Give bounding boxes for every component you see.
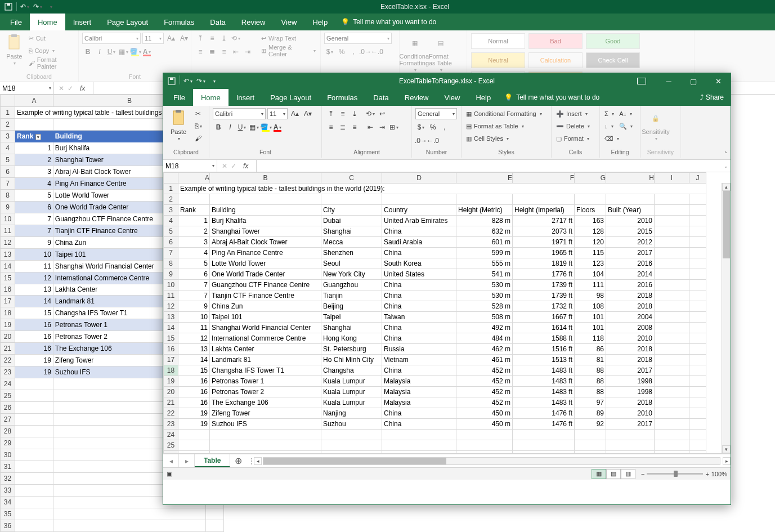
- align-right-icon[interactable]: ≡: [218, 46, 230, 57]
- zoom-out-button[interactable]: −: [641, 471, 644, 477]
- sheet-tab-table[interactable]: Table: [195, 454, 230, 467]
- align-center-icon[interactable]: ≣: [337, 122, 348, 133]
- font-color-button[interactable]: A▾: [141, 46, 153, 57]
- font-size-combo[interactable]: 11: [142, 33, 164, 44]
- conditional-formatting-button[interactable]: ▦Conditional Formatting▾: [403, 33, 427, 73]
- inc-decimal-icon[interactable]: .0→: [360, 46, 371, 57]
- tab-scroll-right-icon[interactable]: ▸: [179, 454, 195, 467]
- indent-inc-icon[interactable]: ⇥: [377, 122, 388, 133]
- tell-me-search[interactable]: 💡Tell me what you want to do: [341, 14, 436, 30]
- tab-view[interactable]: View: [273, 14, 304, 30]
- tab-home[interactable]: Home: [193, 89, 229, 106]
- tab-help[interactable]: Help: [304, 14, 335, 30]
- fx-icon[interactable]: fx: [240, 162, 252, 170]
- percent-icon[interactable]: %: [336, 46, 347, 57]
- accounting-icon[interactable]: $▾: [415, 122, 427, 133]
- underline-button[interactable]: U▾: [106, 46, 117, 57]
- align-top-icon[interactable]: ⤒: [325, 108, 337, 119]
- increase-font-icon[interactable]: A▴: [289, 108, 301, 119]
- indent-dec-icon[interactable]: ⇤: [365, 122, 376, 133]
- fill-color-button[interactable]: 🪣▾: [129, 46, 141, 57]
- dec-decimal-icon[interactable]: ←.0: [427, 135, 438, 146]
- share-button[interactable]: ⤴ Share: [700, 89, 731, 106]
- maximize-button[interactable]: ▢: [681, 73, 706, 89]
- insert-cells-button[interactable]: ➕ Insert▾: [555, 108, 591, 119]
- tab-data[interactable]: Data: [365, 89, 396, 106]
- bold-button[interactable]: B: [82, 46, 93, 57]
- bold-button[interactable]: B: [213, 122, 224, 133]
- save-icon[interactable]: [2, 1, 15, 12]
- align-bottom-icon[interactable]: ⤓: [218, 33, 230, 44]
- border-button[interactable]: ▦▾: [118, 46, 129, 57]
- close-button[interactable]: ✕: [706, 73, 731, 89]
- font-name-combo[interactable]: Calibri: [82, 33, 141, 44]
- zoom-in-button[interactable]: +: [705, 471, 709, 477]
- merge-center-button[interactable]: ⊞ Merge & Center▾: [260, 45, 317, 56]
- sensitivity-button[interactable]: 🔒Sensitivity▾: [644, 108, 668, 141]
- align-middle-icon[interactable]: ≡: [207, 33, 218, 44]
- record-macro-icon[interactable]: ▣: [167, 470, 172, 477]
- orientation-icon[interactable]: ⟲▾: [365, 108, 376, 119]
- delete-cells-button[interactable]: ➖ Delete▾: [555, 120, 591, 132]
- tab-insert[interactable]: Insert: [65, 14, 100, 30]
- align-top-icon[interactable]: ⤒: [195, 33, 206, 44]
- collapse-ribbon-icon[interactable]: ˄: [724, 151, 727, 157]
- tab-review[interactable]: Review: [397, 89, 437, 106]
- vertical-scrollbar[interactable]: ▴ ▾: [722, 183, 731, 453]
- style-calculation[interactable]: Calculation: [528, 52, 583, 68]
- number-format-combo[interactable]: General: [324, 33, 392, 44]
- tab-review[interactable]: Review: [234, 14, 274, 30]
- align-right-icon[interactable]: ≡: [349, 122, 360, 133]
- tab-scroll-left-icon[interactable]: ◂: [163, 454, 179, 467]
- accounting-icon[interactable]: $▾: [324, 46, 335, 57]
- expand-formula-icon[interactable]: ⌄: [722, 163, 731, 169]
- decrease-font-icon[interactable]: A▾: [178, 33, 190, 44]
- orientation-icon[interactable]: ⟲▾: [230, 33, 241, 44]
- tab-page-layout[interactable]: Page Layout: [99, 14, 156, 30]
- format-as-table-button[interactable]: ▤ Format as Table▾: [465, 120, 543, 132]
- style-bad[interactable]: Bad: [528, 33, 583, 49]
- style-good[interactable]: Good: [586, 33, 640, 49]
- qat-customize-icon[interactable]: ▾: [44, 1, 57, 12]
- align-left-icon[interactable]: ≡: [325, 122, 337, 133]
- paste-button[interactable]: Paste▾: [167, 108, 190, 141]
- italic-button[interactable]: I: [225, 122, 236, 133]
- merge-icon[interactable]: ⊞▾: [388, 122, 400, 133]
- font-name-combo[interactable]: Calibri: [213, 108, 266, 119]
- qat-customize-icon[interactable]: ▾: [208, 75, 220, 87]
- view-pagelayout-button[interactable]: ▤: [606, 469, 621, 479]
- undo-icon[interactable]: ↶▾: [182, 75, 194, 87]
- indent-dec-icon[interactable]: ⇤: [230, 46, 241, 57]
- cut-button[interactable]: ✂ Cut: [28, 33, 75, 44]
- tab-data[interactable]: Data: [202, 14, 233, 30]
- increase-font-icon[interactable]: A▴: [165, 33, 177, 44]
- horizontal-scrollbar[interactable]: ⋮ ◂ ▸: [246, 454, 731, 467]
- inc-decimal-icon[interactable]: .0→: [415, 135, 427, 146]
- tab-page-layout[interactable]: Page Layout: [262, 89, 319, 106]
- formula-input-front[interactable]: [257, 162, 722, 170]
- border-button[interactable]: ▦▾: [248, 122, 259, 133]
- grid-front[interactable]: ABCDEFGHIJ1Example of writing typical ta…: [163, 172, 706, 454]
- redo-icon[interactable]: ↷▾: [195, 75, 207, 87]
- decrease-font-icon[interactable]: A▾: [302, 108, 313, 119]
- copy-icon[interactable]: ⎘▾: [192, 120, 204, 132]
- align-middle-icon[interactable]: ≡: [337, 108, 348, 119]
- painter-icon[interactable]: 🖌: [192, 133, 204, 144]
- wrap-text-button[interactable]: ↩ Wrap Text: [260, 33, 317, 44]
- tab-home[interactable]: Home: [30, 14, 65, 30]
- cell-styles-button[interactable]: ▥ Cell Styles▾: [465, 133, 543, 144]
- zoom-slider[interactable]: [647, 473, 703, 475]
- number-format-combo[interactable]: General: [415, 108, 457, 119]
- tab-file[interactable]: File: [165, 89, 193, 106]
- format-cells-button[interactable]: ▢ Format▾: [555, 133, 591, 144]
- style-check-cell[interactable]: Check Cell: [586, 52, 640, 68]
- conditional-formatting-button[interactable]: ▦ Conditional Formatting▾: [465, 108, 543, 119]
- name-box-front[interactable]: ▾: [163, 160, 217, 172]
- name-box-back[interactable]: ▾: [0, 82, 54, 95]
- comma-icon[interactable]: ,: [439, 122, 450, 133]
- tab-help[interactable]: Help: [468, 89, 499, 106]
- save-icon[interactable]: [165, 75, 178, 87]
- fill-color-button[interactable]: 🪣▾: [260, 122, 271, 133]
- enter-icon[interactable]: ✓: [231, 162, 236, 170]
- indent-inc-icon[interactable]: ⇥: [242, 46, 253, 57]
